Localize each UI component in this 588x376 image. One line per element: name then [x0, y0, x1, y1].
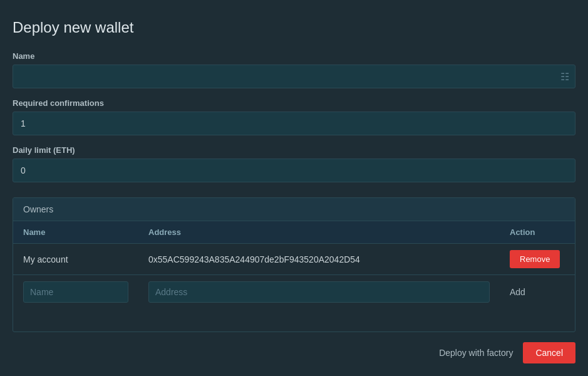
name-field-group: Name ☷ — [13, 51, 575, 88]
add-address-input[interactable] — [148, 281, 490, 303]
add-name-cell — [13, 275, 138, 310]
table-header-row: Name Address Action — [13, 221, 575, 244]
add-action-cell: Add — [500, 275, 575, 310]
col-header-name: Name — [13, 221, 138, 244]
table-row: My account 0x55AC599243A835A244907de2bF9… — [13, 244, 575, 275]
daily-limit-input[interactable] — [13, 159, 575, 182]
confirmations-label: Required confirmations — [13, 98, 575, 108]
deploy-factory-button[interactable]: Deploy with factory — [436, 343, 515, 363]
page-container: Deploy new wallet Name ☷ Required confir… — [0, 0, 588, 376]
owners-section: Owners Name Address Action My account 0x… — [13, 197, 575, 332]
name-label: Name — [13, 51, 575, 61]
owner-action: Remove — [500, 244, 575, 275]
name-input[interactable] — [13, 65, 575, 88]
owner-name: My account — [13, 244, 138, 275]
confirmations-field-group: Required confirmations — [13, 98, 575, 135]
owners-header: Owners — [13, 198, 575, 221]
add-button[interactable]: Add — [510, 287, 525, 297]
cancel-button[interactable]: Cancel — [523, 342, 575, 363]
add-name-input[interactable] — [23, 281, 128, 303]
col-header-address: Address — [138, 221, 500, 244]
footer: Deploy with factory Cancel — [13, 332, 575, 363]
remove-button[interactable]: Remove — [510, 250, 560, 268]
address-book-icon: ☷ — [560, 71, 569, 83]
page-title: Deploy new wallet — [13, 19, 575, 36]
confirmations-input[interactable] — [13, 112, 575, 135]
col-header-action: Action — [500, 221, 575, 244]
owner-address: 0x55AC599243A835A244907de2bF943520A2042D… — [138, 244, 500, 275]
add-address-cell — [138, 275, 500, 310]
daily-limit-label: Daily limit (ETH) — [13, 145, 575, 155]
owners-table: Name Address Action My account 0x55AC599… — [13, 221, 575, 309]
name-input-wrapper: ☷ — [13, 65, 575, 88]
daily-limit-field-group: Daily limit (ETH) — [13, 145, 575, 182]
add-owner-row: Add — [13, 275, 575, 310]
